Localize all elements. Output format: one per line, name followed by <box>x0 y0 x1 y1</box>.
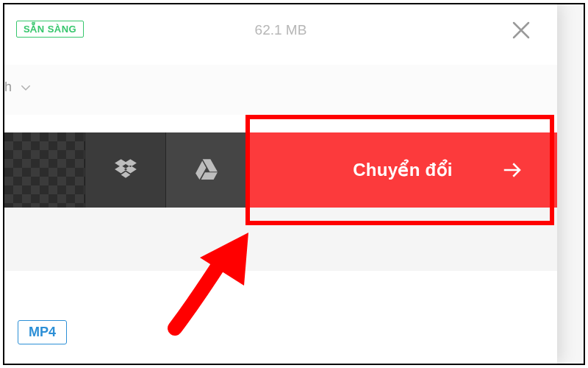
upload-targets <box>4 132 248 208</box>
close-icon[interactable] <box>510 19 532 41</box>
dropdown-row: h <box>4 65 557 115</box>
arrow-right-icon <box>501 159 523 181</box>
file-size-text: 62.1 MB <box>4 22 557 38</box>
convert-button[interactable]: Chuyển đổi <box>248 132 557 208</box>
upload-cell-blank[interactable] <box>4 132 85 208</box>
lower-section-2: MP4 <box>4 271 557 364</box>
lower-section-1 <box>4 208 557 271</box>
screenshot-frame: SẴN SÀNG 62.1 MB h <box>3 3 585 365</box>
dropdown-select[interactable]: h <box>4 79 32 95</box>
outside-column <box>557 4 584 364</box>
dropdown-partial-text: h <box>4 79 12 95</box>
action-bar: Chuyển đổi <box>4 132 557 208</box>
status-badge: SẴN SÀNG <box>16 21 84 38</box>
chevron-down-icon <box>19 81 32 94</box>
upload-dropbox-button[interactable] <box>85 132 166 208</box>
dropbox-icon <box>113 156 138 184</box>
convert-button-label: Chuyển đổi <box>353 160 453 180</box>
upload-gdrive-button[interactable] <box>166 132 247 208</box>
google-drive-icon <box>194 156 219 184</box>
format-badge: MP4 <box>18 320 67 344</box>
main-panel: SẴN SÀNG 62.1 MB h <box>4 4 557 364</box>
top-bar: SẴN SÀNG 62.1 MB <box>4 4 557 65</box>
